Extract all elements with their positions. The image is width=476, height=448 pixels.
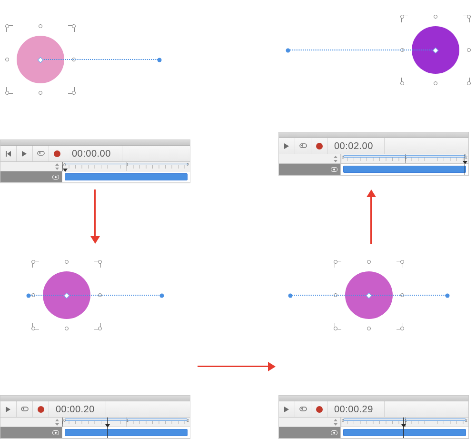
timeline-panel-2: 00:00.20 0 1 2 bbox=[0, 395, 190, 439]
timecode-display[interactable]: 00:00.00 bbox=[65, 146, 122, 161]
timecode-display[interactable]: 00:00.29 bbox=[327, 401, 385, 417]
timeline-panel-1: 00:00.00 0 1 2 bbox=[0, 139, 190, 183]
animation-clip[interactable] bbox=[343, 429, 466, 436]
time-ruler[interactable]: 0 1 2 bbox=[62, 418, 190, 427]
play-button[interactable] bbox=[0, 401, 17, 417]
track-lane[interactable] bbox=[341, 427, 468, 438]
panel-titlebar[interactable] bbox=[279, 396, 468, 401]
track-lane[interactable] bbox=[341, 164, 468, 175]
svg-marker-10 bbox=[6, 407, 10, 412]
panel-titlebar[interactable] bbox=[0, 140, 190, 146]
svg-marker-8 bbox=[334, 156, 337, 158]
record-button[interactable] bbox=[33, 401, 49, 417]
selection-bounds[interactable] bbox=[336, 262, 402, 329]
panel-titlebar[interactable] bbox=[279, 132, 468, 138]
path-start-handle[interactable] bbox=[27, 294, 31, 298]
loop-button[interactable] bbox=[33, 146, 49, 161]
record-button[interactable] bbox=[49, 146, 65, 161]
ruler-gutter bbox=[0, 162, 62, 171]
ruler-tick: 2 bbox=[465, 155, 467, 159]
flow-arrow-up bbox=[367, 189, 376, 244]
loop-button[interactable] bbox=[295, 401, 311, 417]
animation-clip[interactable] bbox=[65, 429, 187, 436]
record-icon bbox=[316, 143, 323, 149]
panel-titlebar[interactable] bbox=[0, 396, 190, 401]
motion-path[interactable] bbox=[290, 295, 447, 296]
svg-rect-3 bbox=[38, 151, 44, 155]
timecode-display[interactable]: 00:00.20 bbox=[49, 401, 106, 417]
svg-marker-6 bbox=[284, 143, 289, 149]
svg-marker-5 bbox=[55, 168, 59, 170]
playhead[interactable] bbox=[65, 171, 65, 182]
svg-rect-15 bbox=[300, 407, 307, 411]
selection-bounds[interactable] bbox=[7, 26, 74, 93]
record-button[interactable] bbox=[311, 138, 327, 154]
record-icon bbox=[54, 150, 60, 157]
track-header[interactable] bbox=[0, 171, 62, 182]
svg-marker-17 bbox=[334, 423, 337, 426]
track-header[interactable] bbox=[279, 164, 341, 175]
time-ruler[interactable]: 0 1 2 bbox=[341, 154, 468, 163]
ruler-tick: 0 bbox=[63, 162, 66, 167]
path-end-handle[interactable] bbox=[160, 294, 164, 298]
ruler-tick: 1 bbox=[126, 162, 129, 167]
motion-path[interactable] bbox=[288, 50, 436, 50]
ruler-tick: 2 bbox=[187, 418, 189, 423]
playhead[interactable] bbox=[403, 427, 404, 438]
path-start-handle[interactable] bbox=[286, 49, 290, 53]
play-button[interactable] bbox=[17, 146, 33, 161]
path-end-handle[interactable] bbox=[446, 294, 450, 298]
motion-path[interactable] bbox=[29, 295, 162, 296]
track-lane[interactable] bbox=[62, 427, 190, 438]
svg-marker-13 bbox=[55, 423, 59, 426]
selection-bounds[interactable] bbox=[402, 17, 469, 83]
ruler-tick: 0 bbox=[63, 418, 66, 423]
play-button[interactable] bbox=[279, 401, 295, 417]
visibility-icon[interactable] bbox=[52, 430, 59, 435]
timeline-panel-3: 00:00.29 0 1 2 bbox=[278, 395, 469, 439]
playhead[interactable] bbox=[465, 164, 465, 175]
ruler-tick: 1 bbox=[405, 418, 407, 423]
track-header[interactable] bbox=[279, 427, 341, 438]
loop-button[interactable] bbox=[295, 138, 311, 154]
play-button[interactable] bbox=[279, 138, 295, 154]
sort-icon bbox=[55, 163, 59, 170]
ruler-gutter bbox=[0, 418, 62, 427]
visibility-icon[interactable] bbox=[331, 167, 337, 172]
go-start-button[interactable] bbox=[0, 146, 17, 161]
timecode-display[interactable]: 00:02.00 bbox=[327, 138, 385, 154]
visibility-icon[interactable] bbox=[52, 175, 59, 179]
flow-arrow-right bbox=[198, 362, 276, 371]
svg-marker-4 bbox=[55, 163, 59, 166]
track-header[interactable] bbox=[0, 427, 62, 438]
canvas-frame-1 bbox=[0, 14, 200, 105]
visibility-icon[interactable] bbox=[331, 430, 337, 435]
time-ruler[interactable]: 0 1 2 bbox=[62, 162, 190, 171]
svg-rect-7 bbox=[300, 144, 307, 148]
ruler-tick: 1 bbox=[405, 155, 407, 159]
selection-bounds[interactable] bbox=[33, 262, 100, 329]
svg-marker-14 bbox=[284, 407, 289, 412]
track-lane[interactable] bbox=[62, 171, 190, 182]
svg-rect-0 bbox=[6, 151, 7, 157]
ruler-gutter bbox=[279, 418, 341, 427]
ruler-tick: 0 bbox=[342, 155, 344, 159]
sort-icon bbox=[55, 419, 59, 426]
motion-path[interactable] bbox=[40, 59, 159, 60]
path-start-handle[interactable] bbox=[288, 294, 293, 298]
canvas-frame-3 bbox=[281, 259, 476, 350]
loop-button[interactable] bbox=[17, 401, 33, 417]
path-end-handle[interactable] bbox=[158, 58, 162, 62]
ruler-tick: 0 bbox=[342, 418, 344, 423]
record-button[interactable] bbox=[311, 401, 327, 417]
svg-marker-16 bbox=[334, 419, 337, 421]
canvas-frame-2 bbox=[26, 259, 226, 350]
playhead[interactable] bbox=[107, 427, 108, 438]
animation-clip[interactable] bbox=[65, 173, 187, 180]
sort-icon bbox=[334, 419, 337, 426]
timeline-panel-4: 00:02.00 0 1 2 bbox=[278, 132, 469, 176]
ruler-tick: 1 bbox=[126, 418, 129, 423]
svg-marker-2 bbox=[22, 151, 27, 157]
animation-clip[interactable] bbox=[343, 166, 466, 173]
svg-marker-12 bbox=[55, 419, 59, 421]
